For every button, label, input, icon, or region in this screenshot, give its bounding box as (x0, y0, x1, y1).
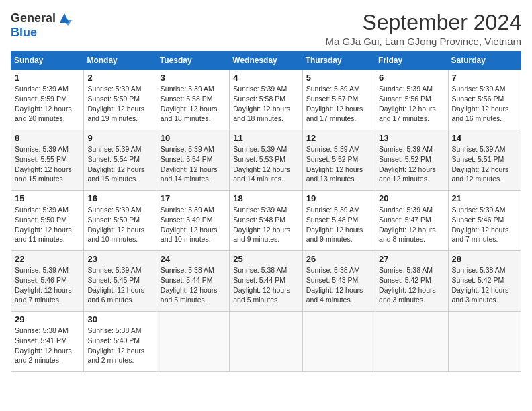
day-number: 19 (306, 193, 371, 203)
day-number: 2 (87, 73, 152, 83)
table-row: 6Sunrise: 5:39 AMSunset: 5:56 PMDaylight… (375, 70, 448, 130)
table-row: 20Sunrise: 5:39 AMSunset: 5:47 PMDayligh… (375, 191, 448, 251)
day-number: 18 (233, 193, 298, 203)
table-row: 28Sunrise: 5:38 AMSunset: 5:42 PMDayligh… (448, 251, 521, 312)
day-number: 13 (379, 133, 444, 143)
table-row: 15Sunrise: 5:39 AMSunset: 5:50 PMDayligh… (11, 191, 84, 251)
day-number: 3 (161, 73, 226, 83)
table-row: 19Sunrise: 5:39 AMSunset: 5:48 PMDayligh… (302, 191, 375, 251)
table-row: 1Sunrise: 5:39 AMSunset: 5:59 PMDaylight… (11, 70, 84, 130)
day-number: 1 (15, 73, 80, 83)
header-friday: Friday (375, 52, 448, 70)
day-info: Sunrise: 5:39 AMSunset: 5:59 PMDaylight:… (15, 84, 80, 124)
day-info: Sunrise: 5:39 AMSunset: 5:52 PMDaylight:… (379, 144, 444, 184)
table-row: 29Sunrise: 5:38 AMSunset: 5:41 PMDayligh… (11, 312, 84, 372)
day-number: 22 (15, 254, 80, 264)
table-row: 26Sunrise: 5:38 AMSunset: 5:43 PMDayligh… (302, 251, 375, 312)
table-row: 24Sunrise: 5:38 AMSunset: 5:44 PMDayligh… (157, 251, 229, 312)
day-info: Sunrise: 5:39 AMSunset: 5:56 PMDaylight:… (452, 84, 517, 124)
table-row: 12Sunrise: 5:39 AMSunset: 5:52 PMDayligh… (302, 130, 375, 191)
day-number: 26 (306, 254, 371, 264)
day-number: 28 (452, 254, 517, 264)
day-info: Sunrise: 5:39 AMSunset: 5:59 PMDaylight:… (87, 84, 152, 124)
day-info: Sunrise: 5:38 AMSunset: 5:40 PMDaylight:… (87, 326, 152, 365)
day-info: Sunrise: 5:38 AMSunset: 5:44 PMDaylight:… (161, 265, 226, 305)
day-info: Sunrise: 5:39 AMSunset: 5:49 PMDaylight:… (161, 205, 226, 244)
day-number: 14 (452, 133, 517, 143)
header-monday: Monday (84, 52, 157, 70)
table-row: 16Sunrise: 5:39 AMSunset: 5:50 PMDayligh… (84, 191, 157, 251)
header-tuesday: Tuesday (157, 52, 229, 70)
title-section: September 2024 Ma GJa Gui, Lam GJong Pro… (325, 11, 521, 47)
calendar-row: 8Sunrise: 5:39 AMSunset: 5:55 PMDaylight… (11, 130, 521, 191)
day-info: Sunrise: 5:39 AMSunset: 5:45 PMDaylight:… (87, 265, 152, 305)
empty-cell (448, 312, 521, 372)
table-row: 3Sunrise: 5:39 AMSunset: 5:58 PMDaylight… (157, 70, 229, 130)
table-row: 4Sunrise: 5:39 AMSunset: 5:58 PMDaylight… (230, 70, 302, 130)
day-info: Sunrise: 5:38 AMSunset: 5:42 PMDaylight:… (379, 265, 444, 305)
day-number: 7 (452, 73, 517, 83)
table-row: 8Sunrise: 5:39 AMSunset: 5:55 PMDaylight… (11, 130, 84, 191)
calendar-table: Sunday Monday Tuesday Wednesday Thursday… (11, 51, 521, 372)
empty-cell (375, 312, 448, 372)
logo: General Blue (11, 11, 72, 40)
header-sunday: Sunday (11, 52, 84, 70)
day-info: Sunrise: 5:38 AMSunset: 5:41 PMDaylight:… (15, 326, 80, 365)
day-info: Sunrise: 5:38 AMSunset: 5:42 PMDaylight:… (452, 265, 517, 305)
day-number: 10 (161, 133, 226, 143)
table-row: 7Sunrise: 5:39 AMSunset: 5:56 PMDaylight… (448, 70, 521, 130)
day-number: 29 (15, 314, 80, 324)
table-row: 5Sunrise: 5:39 AMSunset: 5:57 PMDaylight… (302, 70, 375, 130)
day-info: Sunrise: 5:39 AMSunset: 5:57 PMDaylight:… (306, 84, 371, 124)
day-number: 20 (379, 193, 444, 203)
calendar-row: 15Sunrise: 5:39 AMSunset: 5:50 PMDayligh… (11, 191, 521, 251)
month-title: September 2024 (325, 11, 521, 34)
table-row: 30Sunrise: 5:38 AMSunset: 5:40 PMDayligh… (84, 312, 157, 372)
table-row: 25Sunrise: 5:38 AMSunset: 5:44 PMDayligh… (230, 251, 302, 312)
page-header: General Blue September 2024 Ma GJa Gui, … (11, 11, 521, 47)
logo-general-text: General (11, 11, 56, 26)
day-info: Sunrise: 5:39 AMSunset: 5:50 PMDaylight:… (15, 205, 80, 244)
empty-cell (302, 312, 375, 372)
table-row: 13Sunrise: 5:39 AMSunset: 5:52 PMDayligh… (375, 130, 448, 191)
header-wednesday: Wednesday (230, 52, 302, 70)
day-info: Sunrise: 5:39 AMSunset: 5:50 PMDaylight:… (87, 205, 152, 244)
day-info: Sunrise: 5:39 AMSunset: 5:52 PMDaylight:… (306, 144, 371, 184)
day-info: Sunrise: 5:39 AMSunset: 5:56 PMDaylight:… (379, 84, 444, 124)
table-row: 22Sunrise: 5:39 AMSunset: 5:46 PMDayligh… (11, 251, 84, 312)
table-row: 27Sunrise: 5:38 AMSunset: 5:42 PMDayligh… (375, 251, 448, 312)
day-info: Sunrise: 5:39 AMSunset: 5:58 PMDaylight:… (161, 84, 226, 124)
day-info: Sunrise: 5:39 AMSunset: 5:53 PMDaylight:… (233, 144, 298, 184)
table-row: 10Sunrise: 5:39 AMSunset: 5:54 PMDayligh… (157, 130, 229, 191)
day-info: Sunrise: 5:39 AMSunset: 5:55 PMDaylight:… (15, 144, 80, 184)
table-row: 14Sunrise: 5:39 AMSunset: 5:51 PMDayligh… (448, 130, 521, 191)
table-row: 21Sunrise: 5:39 AMSunset: 5:46 PMDayligh… (448, 191, 521, 251)
day-info: Sunrise: 5:39 AMSunset: 5:58 PMDaylight:… (233, 84, 298, 124)
day-number: 23 (87, 254, 152, 264)
day-info: Sunrise: 5:39 AMSunset: 5:48 PMDaylight:… (233, 205, 298, 244)
empty-cell (157, 312, 229, 372)
day-number: 8 (15, 133, 80, 143)
calendar-row: 29Sunrise: 5:38 AMSunset: 5:41 PMDayligh… (11, 312, 521, 372)
day-number: 21 (452, 193, 517, 203)
day-number: 4 (233, 73, 298, 83)
table-row: 2Sunrise: 5:39 AMSunset: 5:59 PMDaylight… (84, 70, 157, 130)
day-info: Sunrise: 5:39 AMSunset: 5:48 PMDaylight:… (306, 205, 371, 244)
day-info: Sunrise: 5:39 AMSunset: 5:51 PMDaylight:… (452, 144, 517, 184)
day-info: Sunrise: 5:39 AMSunset: 5:47 PMDaylight:… (379, 205, 444, 244)
table-row: 23Sunrise: 5:39 AMSunset: 5:45 PMDayligh… (84, 251, 157, 312)
day-number: 24 (161, 254, 226, 264)
table-row: 17Sunrise: 5:39 AMSunset: 5:49 PMDayligh… (157, 191, 229, 251)
day-number: 15 (15, 193, 80, 203)
day-number: 6 (379, 73, 444, 83)
day-number: 17 (161, 193, 226, 203)
header-saturday: Saturday (448, 52, 521, 70)
table-row: 11Sunrise: 5:39 AMSunset: 5:53 PMDayligh… (230, 130, 302, 191)
table-row: 9Sunrise: 5:39 AMSunset: 5:54 PMDaylight… (84, 130, 157, 191)
day-number: 5 (306, 73, 371, 83)
header-thursday: Thursday (302, 52, 375, 70)
logo-blue-text: Blue (11, 26, 37, 40)
day-number: 30 (87, 314, 152, 324)
day-info: Sunrise: 5:38 AMSunset: 5:43 PMDaylight:… (306, 265, 371, 305)
empty-cell (230, 312, 302, 372)
